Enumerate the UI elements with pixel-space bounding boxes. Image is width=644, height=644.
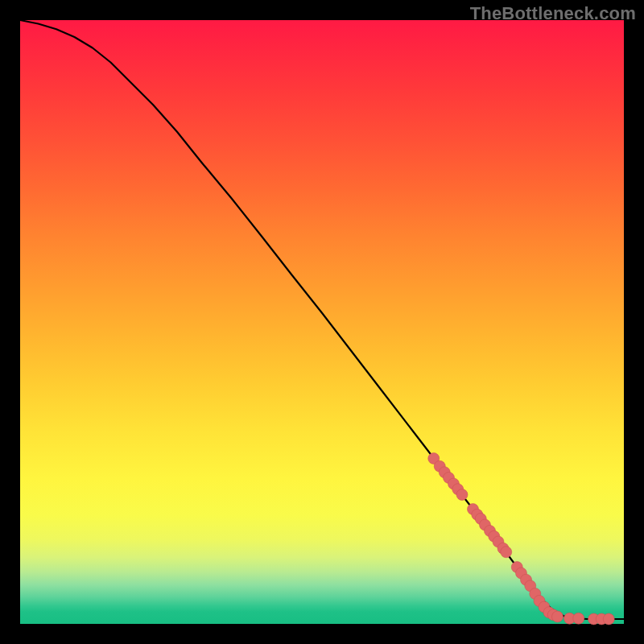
data-marker	[552, 611, 564, 622]
curve-layer	[20, 20, 624, 619]
plot-area	[20, 20, 624, 624]
marker-layer	[428, 453, 615, 625]
chart-svg	[20, 20, 624, 624]
data-marker	[456, 489, 468, 501]
data-marker	[501, 547, 512, 558]
data-marker	[573, 613, 584, 624]
chart-frame: TheBottleneck.com	[0, 0, 644, 644]
data-marker	[603, 613, 614, 625]
bottleneck-curve	[20, 20, 624, 619]
